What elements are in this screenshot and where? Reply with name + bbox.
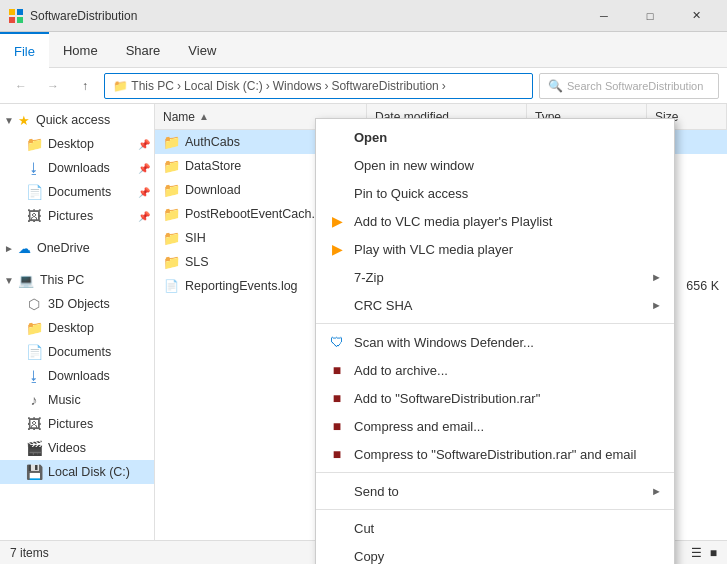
archive-icon: ■ bbox=[328, 417, 346, 435]
search-icon: 🔍 bbox=[548, 79, 563, 93]
menu-item-add-rar[interactable]: ■ Add to "SoftwareDistribution.rar" bbox=[316, 384, 674, 412]
folder-icon: 📁 bbox=[163, 230, 179, 246]
sidebar-header-onedrive[interactable]: ► ☁ OneDrive bbox=[0, 236, 154, 260]
menu-item-open[interactable]: Open bbox=[316, 123, 674, 151]
menu-item-vlc-playlist[interactable]: ▶ Add to VLC media player's Playlist bbox=[316, 207, 674, 235]
document-icon: 📄 bbox=[26, 344, 42, 360]
submenu-arrow-icon: ► bbox=[651, 271, 662, 283]
ribbon: File Home Share View bbox=[0, 32, 727, 68]
status-right: ☰ ■ bbox=[691, 546, 717, 560]
context-menu: Open Open in new window Pin to Quick acc… bbox=[315, 118, 675, 564]
crc-icon bbox=[328, 296, 346, 314]
menu-item-compress-rar-email[interactable]: ■ Compress to "SoftwareDistribution.rar"… bbox=[316, 440, 674, 468]
log-icon: 📄 bbox=[163, 278, 179, 294]
disk-icon: 💾 bbox=[26, 464, 42, 480]
back-button[interactable]: ← bbox=[8, 73, 34, 99]
vlc-icon: ▶ bbox=[328, 240, 346, 258]
tab-view[interactable]: View bbox=[174, 32, 230, 68]
sidebar-item-desktop[interactable]: 📁 Desktop 📌 bbox=[0, 132, 154, 156]
menu-item-pin-quick-access[interactable]: Pin to Quick access bbox=[316, 179, 674, 207]
menu-item-add-archive[interactable]: ■ Add to archive... bbox=[316, 356, 674, 384]
menu-item-copy[interactable]: Copy bbox=[316, 542, 674, 564]
chevron-icon: ▼ bbox=[4, 275, 14, 286]
thispc-label: This PC bbox=[40, 273, 84, 287]
folder-icon: 📁 bbox=[163, 134, 179, 150]
copy-icon bbox=[328, 547, 346, 564]
menu-item-7zip[interactable]: 7-Zip ► bbox=[316, 263, 674, 291]
forward-button[interactable]: → bbox=[40, 73, 66, 99]
picture-icon: 🖼 bbox=[26, 208, 42, 224]
sidebar-item-documents-quick[interactable]: 📄 Documents 📌 bbox=[0, 180, 154, 204]
menu-item-compress-email[interactable]: ■ Compress and email... bbox=[316, 412, 674, 440]
archive-icon: ■ bbox=[328, 361, 346, 379]
window-controls: ─ □ ✕ bbox=[581, 0, 719, 32]
maximize-button[interactable]: □ bbox=[627, 0, 673, 32]
sidebar-item-3dobjects[interactable]: ⬡ 3D Objects bbox=[0, 292, 154, 316]
sidebar-item-videos[interactable]: 🎬 Videos bbox=[0, 436, 154, 460]
sidebar-item-downloads-quick[interactable]: ⭳ Downloads 📌 bbox=[0, 156, 154, 180]
vlc-icon: ▶ bbox=[328, 212, 346, 230]
cloud-icon: ☁ bbox=[18, 241, 31, 256]
sidebar: ▼ ★ Quick access 📁 Desktop 📌 ⭳ Downloads… bbox=[0, 104, 155, 540]
sidebar-header-thispc[interactable]: ▼ 💻 This PC bbox=[0, 268, 154, 292]
folder-icon: 📁 bbox=[26, 320, 42, 336]
computer-icon: 💻 bbox=[18, 273, 34, 288]
close-button[interactable]: ✕ bbox=[673, 0, 719, 32]
address-path[interactable]: 📁 This PC › Local Disk (C:) › Windows › … bbox=[104, 73, 533, 99]
star-icon: ★ bbox=[18, 113, 30, 128]
shield-icon: 🛡 bbox=[328, 333, 346, 351]
sidebar-item-pictures-quick[interactable]: 🖼 Pictures 📌 bbox=[0, 204, 154, 228]
archive-icon: ■ bbox=[328, 445, 346, 463]
title-bar: SoftwareDistribution ─ □ ✕ bbox=[0, 0, 727, 32]
zip-icon bbox=[328, 268, 346, 286]
sidebar-item-desktop[interactable]: 📁 Desktop bbox=[0, 316, 154, 340]
list-view-icon[interactable]: ☰ bbox=[691, 546, 702, 560]
menu-item-defender[interactable]: 🛡 Scan with Windows Defender... bbox=[316, 328, 674, 356]
sidebar-item-music[interactable]: ♪ Music bbox=[0, 388, 154, 412]
pin-icon: 📌 bbox=[138, 139, 150, 150]
tab-home[interactable]: Home bbox=[49, 32, 112, 68]
menu-item-vlc-play[interactable]: ▶ Play with VLC media player bbox=[316, 235, 674, 263]
up-button[interactable]: ↑ bbox=[72, 73, 98, 99]
search-box[interactable]: 🔍 Search SoftwareDistribution bbox=[539, 73, 719, 99]
window-title: SoftwareDistribution bbox=[30, 9, 581, 23]
sidebar-item-downloads[interactable]: ⭳ Downloads bbox=[0, 364, 154, 388]
pin-icon: 📌 bbox=[138, 187, 150, 198]
folder-icon: 📁 bbox=[163, 254, 179, 270]
tab-file[interactable]: File bbox=[0, 32, 49, 68]
menu-item-cut[interactable]: Cut bbox=[316, 514, 674, 542]
svg-rect-1 bbox=[17, 9, 23, 15]
sendto-icon bbox=[328, 482, 346, 500]
svg-rect-2 bbox=[9, 17, 15, 23]
sort-arrow: ▲ bbox=[199, 111, 209, 122]
pin-icon: 📌 bbox=[138, 163, 150, 174]
menu-item-open-new-window[interactable]: Open in new window bbox=[316, 151, 674, 179]
menu-separator bbox=[316, 472, 674, 473]
sidebar-item-localdisk[interactable]: 💾 Local Disk (C:) bbox=[0, 460, 154, 484]
sidebar-item-documents[interactable]: 📄 Documents bbox=[0, 340, 154, 364]
svg-rect-3 bbox=[17, 17, 23, 23]
window-icon bbox=[8, 8, 24, 24]
onedrive-label: OneDrive bbox=[37, 241, 90, 255]
quick-access-label: Quick access bbox=[36, 113, 110, 127]
folder-icon: 📁 bbox=[163, 182, 179, 198]
video-icon: 🎬 bbox=[26, 440, 42, 456]
sidebar-item-pictures[interactable]: 🖼 Pictures bbox=[0, 412, 154, 436]
window-icon bbox=[328, 156, 346, 174]
menu-item-sendto[interactable]: Send to ► bbox=[316, 477, 674, 505]
objects-icon: ⬡ bbox=[26, 296, 42, 312]
folder-icon: 📁 bbox=[26, 136, 42, 152]
sidebar-header-quick-access[interactable]: ▼ ★ Quick access bbox=[0, 108, 154, 132]
tab-share[interactable]: Share bbox=[112, 32, 175, 68]
open-icon bbox=[328, 128, 346, 146]
menu-item-crcsha[interactable]: CRC SHA ► bbox=[316, 291, 674, 319]
address-bar: ← → ↑ 📁 This PC › Local Disk (C:) › Wind… bbox=[0, 68, 727, 104]
detail-view-icon[interactable]: ■ bbox=[710, 546, 717, 560]
pin-icon: 📌 bbox=[138, 211, 150, 222]
chevron-icon: ▼ bbox=[4, 115, 14, 126]
pin-icon bbox=[328, 184, 346, 202]
menu-separator bbox=[316, 323, 674, 324]
submenu-arrow-icon: ► bbox=[651, 299, 662, 311]
minimize-button[interactable]: ─ bbox=[581, 0, 627, 32]
menu-separator bbox=[316, 509, 674, 510]
